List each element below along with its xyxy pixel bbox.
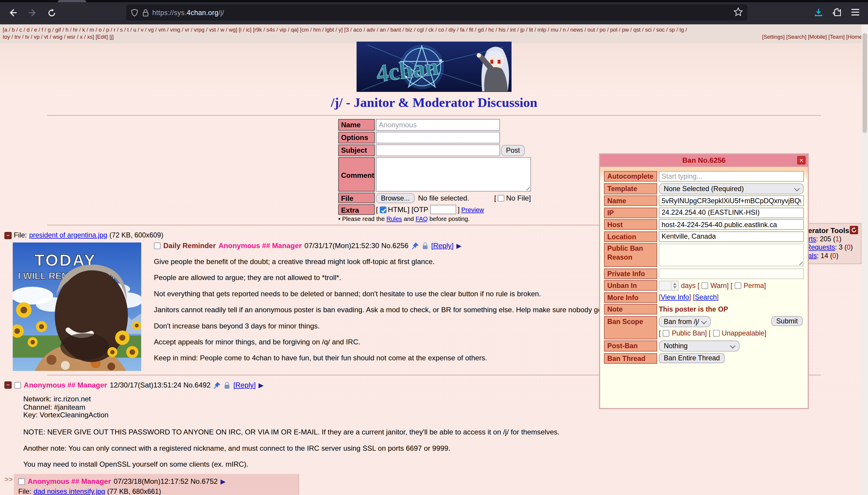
ban-panel-title: Ban No.6256 [682,156,725,165]
preview-link[interactable]: Preview [461,206,484,212]
url-path: /j/ [219,8,224,16]
reports-count: 205 [820,235,831,243]
board-list-row1[interactable]: [a / b / c / d / e / f / g / gif / h / h… [3,27,865,33]
forward-button[interactable] [26,6,39,19]
template-select[interactable]: None Selected (Required) [659,183,804,194]
downloads-button[interactable] [812,6,825,19]
poster-name: Anonymous ## Manager [28,477,111,485]
ip-input[interactable] [659,207,804,218]
board-list-nav-links[interactable]: [Settings] [Search] [Mobile] [Team] [Hom… [762,34,864,40]
collapse-thread-button[interactable]: − [4,232,12,239]
perma-checkbox[interactable] [735,282,741,289]
post-menu-arrow[interactable]: ▶ [258,381,263,389]
post-checkbox[interactable] [154,242,160,249]
glue: ( [828,252,832,260]
number-spinner[interactable] [671,281,678,290]
autocomplete-input[interactable] [659,171,804,182]
subject-input[interactable] [376,144,500,156]
url-bar[interactable]: https://sys.4chan.org/j/ [126,4,747,20]
lock-icon[interactable] [142,8,149,16]
ban-row-banthread: Ban Thread Ban Entire Thread [604,353,804,363]
private-info-label: Private Info [604,268,657,279]
name-label: Name [338,119,375,131]
browser-window: https://sys.4chan.org/j/ [a / b / c / d … [0,0,868,495]
puzzle-icon [833,8,841,17]
thumbnail-image[interactable]: TODAY I WILL REMIND THEM [13,242,141,371]
ban-name-input[interactable] [659,195,804,206]
close-button[interactable]: ✕ [797,156,805,165]
ban-scope-select[interactable]: Ban from /j/ [659,316,711,327]
scrollbar[interactable] [862,24,868,495]
bracket: ] [717,293,719,301]
post-paragraph: Janitors cannot readily tell if an anony… [154,306,618,314]
submit-button[interactable]: Submit [771,316,803,326]
resize-handle-icon[interactable] [797,260,803,265]
faq-link[interactable]: FAQ [416,215,428,222]
glue: : [816,235,820,243]
private-info-input[interactable] [659,268,804,279]
resize-handle-icon[interactable] [524,185,530,190]
location-input[interactable] [659,231,804,242]
otp-input[interactable] [430,205,456,215]
unban-days-input[interactable] [659,280,679,290]
ban-row-scope: Ban Scope Ban from /j/ Submit [ Public B… [604,316,804,339]
bookmark-star-button[interactable] [734,7,743,18]
post-menu-arrow[interactable]: ▶ [220,478,225,485]
sticky-pin-icon [411,242,419,249]
ban-entire-thread-button[interactable]: Ban Entire Thread [659,353,725,363]
back-button[interactable] [6,6,19,19]
unappealable-checkbox[interactable] [713,330,719,336]
reply-post-header: Anonymous ## Manager 07/23/18(Mon)12:17:… [18,477,294,485]
reply-link[interactable]: [Reply] [431,241,454,250]
refresh-button[interactable] [850,226,858,234]
board-list-row2[interactable]: toy / trv / tv / vp / vt / wsg / wsr / x… [3,34,114,40]
ban-panel-header[interactable]: Ban No.6256 ✕ [600,154,808,167]
post-paragraph: You may need to install OpenSSL yourself… [23,460,248,468]
reload-button[interactable] [45,6,58,19]
file-link[interactable]: dad noises intensify.jpg [34,488,105,495]
ban-row-private: Private Info [604,268,804,279]
glue: ) [839,235,841,243]
collapse-thread-button[interactable]: − [4,381,12,389]
post-meta: 12/30/17(Sat)13:51:24 No.6492 [110,381,211,389]
search-link[interactable]: Search [695,293,717,301]
comment-textarea[interactable] [376,157,531,191]
nofile-checkbox[interactable] [498,194,504,201]
view-info-link[interactable]: View Info [661,293,689,301]
post-paragraph: Don't increase bans beyond 3 days for mi… [154,322,319,330]
public-ban-reason-textarea[interactable] [659,244,804,267]
html-checkbox[interactable] [380,206,386,212]
name-input[interactable] [376,119,500,131]
url-text[interactable]: https://sys.4chan.org/j/ [152,8,224,16]
tab-strip [0,0,868,2]
active-tab[interactable] [57,0,86,2]
shield-icon[interactable] [131,8,138,16]
poster-name: Anonymous ## Manager [24,381,107,389]
glue: ) [836,252,838,260]
post-button[interactable]: Post [501,145,525,156]
file-prefix: File: [18,488,31,495]
post-menu-arrow[interactable]: ▶ [456,242,461,249]
post-checkbox[interactable] [15,381,21,388]
scrollbar-thumb[interactable] [862,33,867,133]
post-paragraph: Give people the benefit of the doubt; a … [154,258,435,266]
options-input[interactable] [376,132,500,143]
host-input[interactable] [659,219,804,230]
post-checkbox[interactable] [18,478,25,485]
glue: ( [831,235,835,243]
warn-checkbox[interactable] [702,282,708,289]
extensions-button[interactable] [831,6,844,19]
glue: ( [843,244,847,251]
forward-icon [28,8,37,17]
subject-label: Subject [338,144,375,156]
reply-link[interactable]: [Reply] [233,381,256,389]
browse-button[interactable]: Browse... [376,193,415,203]
public-ban-checkbox[interactable] [663,330,670,336]
extra-bracket: [ [376,205,378,214]
rules-link[interactable]: Rules [386,215,402,222]
menu-button[interactable] [849,6,862,19]
post-ban-select[interactable]: Nothing [659,341,740,352]
browser-toolbar: https://sys.4chan.org/j/ [0,0,868,24]
file-link[interactable]: president of argentina.jpg [29,232,107,239]
ban-requests-alert: 0 [847,244,851,251]
